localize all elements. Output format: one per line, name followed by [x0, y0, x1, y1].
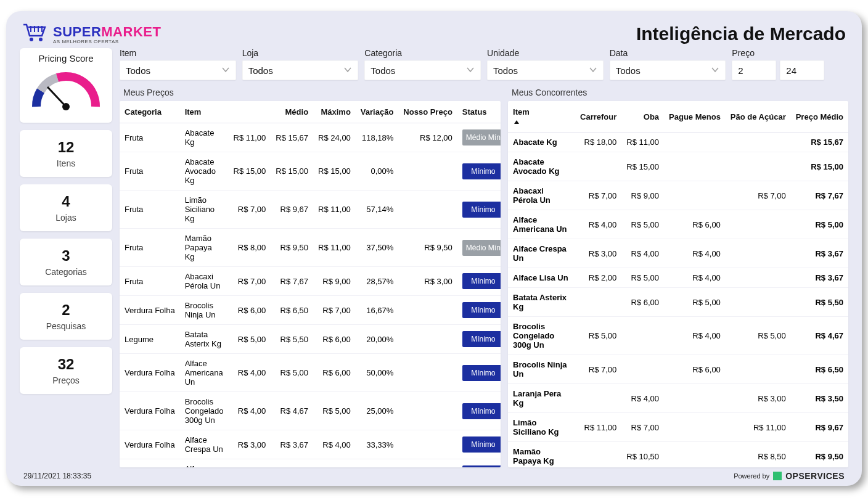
- table-row[interactable]: Mamão Papaya KgR$ 10,50R$ 8,50R$ 9,50: [508, 442, 848, 468]
- gauge-icon: [29, 105, 103, 116]
- stat-card: 3Categorias: [20, 239, 112, 285]
- col-header[interactable]: Variação: [356, 101, 399, 123]
- filter-label-item: Item: [120, 48, 236, 58]
- dashboard-card: SUPERMARKET AS MELHORES OFERTAS Inteligê…: [6, 11, 862, 486]
- timestamp: 29/11/2021 18:33:35: [23, 472, 91, 480]
- table-row[interactable]: Abacate KgR$ 18,00R$ 11,00R$ 15,67: [508, 133, 848, 152]
- table-row[interactable]: Verdura FolhaAlface Crespa UnR$ 3,00R$ 3…: [120, 430, 501, 459]
- status-badge: Mínimo: [462, 436, 501, 453]
- brand-super: SUPER: [53, 24, 101, 39]
- col-header[interactable]: Pão de Açúcar: [726, 101, 791, 133]
- stat-card: 12Itens: [20, 130, 112, 177]
- table-row[interactable]: Abacate Avocado KgR$ 15,00R$ 15,00: [508, 152, 848, 181]
- filter-unidade[interactable]: Todos: [487, 60, 604, 80]
- chevron-down-icon: [711, 65, 719, 76]
- topbar: SUPERMARKET AS MELHORES OFERTAS Inteligê…: [20, 22, 848, 48]
- table-row[interactable]: Abacaxi Pérola UnR$ 7,00R$ 9,00R$ 7,00R$…: [508, 181, 848, 210]
- brand-market: MARKET: [101, 24, 161, 39]
- svg-point-0: [30, 38, 33, 41]
- brand-logo: SUPERMARKET AS MELHORES OFERTAS: [22, 22, 161, 46]
- col-header[interactable]: Pague Menos: [664, 101, 726, 133]
- col-header[interactable]: Máximo: [313, 101, 356, 123]
- table-row[interactable]: FrutaMamão Papaya KgR$ 8,00R$ 9,50R$ 11,…: [120, 229, 501, 267]
- chevron-down-icon: [221, 65, 230, 76]
- stat-label: Lojas: [23, 213, 108, 223]
- sort-asc-icon: [514, 120, 519, 124]
- status-badge: Mínimo: [462, 302, 501, 318]
- col-header[interactable]: Nosso Preço: [398, 101, 457, 123]
- status-badge: Mínimo: [462, 365, 501, 381]
- chevron-down-icon: [466, 65, 475, 76]
- table-row[interactable]: Verdura FolhaAlface Americana UnR$ 4,00R…: [120, 354, 501, 392]
- status-badge: Médio Mín: [462, 129, 501, 145]
- col-header[interactable]: Oba: [621, 101, 664, 133]
- table-row[interactable]: Limão Siciliano KgR$ 11,00R$ 7,00R$ 11,0…: [508, 413, 848, 442]
- table-row[interactable]: Brocolis Congelado 300g UnR$ 5,00R$ 4,00…: [508, 317, 848, 355]
- side-column: Pricing Score 12Itens4Lojas3Categorias2P…: [20, 48, 112, 467]
- chevron-down-icon: [343, 65, 352, 76]
- pricing-score-card: Pricing Score: [20, 48, 112, 123]
- filter-loja[interactable]: Todos: [242, 60, 359, 80]
- table-row[interactable]: Alface Lisa UnR$ 2,00R$ 5,00R$ 4,00R$ 3,…: [508, 268, 848, 288]
- stat-value: 12: [23, 139, 108, 156]
- filter-label-loja: Loja: [242, 48, 359, 58]
- col-header[interactable]: Status: [457, 101, 501, 123]
- col-header[interactable]: Preço Médio: [791, 101, 848, 133]
- table-row[interactable]: Verdura FolhaAlface Lisa UnR$ 2,00R$ 3,6…: [120, 459, 501, 468]
- status-badge: Médio Mín: [462, 240, 501, 256]
- filter-preco-from[interactable]: [732, 60, 776, 80]
- table-row[interactable]: Verdura FolhaBrocolis Ninja UnR$ 6,00R$ …: [120, 296, 501, 325]
- powered-by: Powered by OPSERVICES: [734, 471, 845, 481]
- chevron-down-icon: [589, 65, 597, 76]
- my-prices-table: CategoriaItemMédioMáximoVariaçãoNosso Pr…: [120, 101, 501, 467]
- stat-card: 2Pesquisas: [20, 293, 112, 340]
- pricing-score-title: Pricing Score: [23, 53, 108, 64]
- stat-label: Itens: [23, 158, 108, 168]
- stat-value: 4: [23, 193, 108, 210]
- cart-icon: [22, 22, 48, 46]
- filter-bar: Item Todos Loja Todos: [120, 48, 848, 80]
- competitors-title: Meus Concorrentes: [508, 86, 848, 101]
- filter-data[interactable]: Todos: [610, 60, 726, 80]
- status-badge: Mínimo: [462, 331, 501, 347]
- opservices-icon: [773, 472, 782, 480]
- stat-label: Categorias: [23, 267, 108, 277]
- stat-card: 32Preços: [20, 347, 112, 394]
- col-header[interactable]: Médio: [271, 101, 313, 123]
- col-header[interactable]: Item: [180, 101, 229, 123]
- table-row[interactable]: LegumeBatata Asterix KgR$ 5,00R$ 5,50R$ …: [120, 325, 501, 354]
- table-row[interactable]: Verdura FolhaBrocolis Congelado 300g UnR…: [120, 392, 501, 430]
- stat-label: Pesquisas: [23, 321, 108, 331]
- svg-line-3: [47, 87, 66, 107]
- my-prices-title: Meus Preços: [120, 86, 501, 101]
- table-row[interactable]: FrutaAbacate KgR$ 11,00R$ 15,67R$ 24,001…: [120, 123, 501, 152]
- filter-label-data: Data: [610, 48, 726, 58]
- stat-card: 4Lojas: [20, 184, 112, 231]
- col-header[interactable]: Carrefour: [575, 101, 621, 133]
- col-header[interactable]: Categoria: [120, 101, 180, 123]
- table-row[interactable]: Alface Americana UnR$ 4,00R$ 5,00R$ 6,00…: [508, 210, 848, 239]
- filter-categoria[interactable]: Todos: [364, 60, 481, 80]
- table-row[interactable]: FrutaAbacaxi Pérola UnR$ 7,00R$ 7,67R$ 9…: [120, 267, 501, 296]
- status-badge: Mínimo: [462, 202, 501, 218]
- page-title: Inteligência de Mercado: [636, 23, 846, 44]
- table-row[interactable]: Laranja Pera KgR$ 4,00R$ 3,00R$ 3,50: [508, 384, 848, 413]
- col-header[interactable]: [229, 101, 271, 123]
- filter-label-unidade: Unidade: [487, 48, 604, 58]
- stat-value: 3: [23, 247, 108, 264]
- filter-item[interactable]: Todos: [120, 60, 236, 80]
- stat-label: Preços: [23, 375, 108, 385]
- filter-label-categoria: Categoria: [364, 48, 481, 58]
- table-row[interactable]: Alface Crespa UnR$ 3,00R$ 4,00R$ 4,00R$ …: [508, 239, 848, 268]
- table-row[interactable]: Batata Asterix KgR$ 6,00R$ 5,00R$ 5,50: [508, 288, 848, 317]
- stat-value: 2: [23, 301, 108, 319]
- svg-point-1: [39, 38, 43, 41]
- competitors-table: ItemCarrefourObaPague MenosPão de Açúcar…: [508, 101, 848, 467]
- table-row[interactable]: FrutaAbacate Avocado KgR$ 15,00R$ 15,00R…: [120, 152, 501, 191]
- filter-label-preco: Preço: [732, 48, 848, 58]
- col-header[interactable]: Item: [508, 101, 575, 133]
- filter-preco-to[interactable]: [780, 60, 824, 80]
- status-badge: Mínimo: [462, 403, 501, 419]
- table-row[interactable]: FrutaLimão Siciliano KgR$ 7,00R$ 9,67R$ …: [120, 191, 501, 229]
- table-row[interactable]: Brocolis Ninja UnR$ 7,00R$ 6,00R$ 6,50: [508, 355, 848, 384]
